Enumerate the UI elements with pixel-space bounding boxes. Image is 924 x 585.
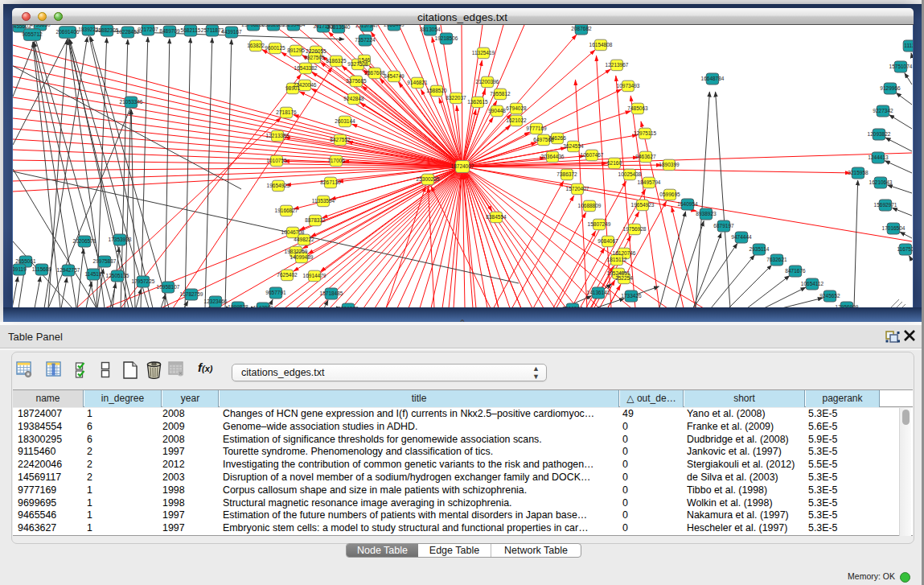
svg-text:22455603: 22455603 (13, 25, 31, 29)
svg-text:12213967: 12213967 (606, 62, 629, 68)
svg-text:15807249: 15807249 (588, 221, 611, 227)
svg-text:39119: 39119 (13, 266, 27, 272)
svg-text:1362615: 1362615 (467, 99, 488, 105)
svg-text:21200396: 21200396 (476, 79, 499, 84)
svg-text:18495794: 18495794 (638, 179, 661, 185)
svg-text:8454749: 8454749 (384, 73, 405, 79)
svg-text:7485063: 7485063 (627, 105, 648, 111)
svg-text:10228452: 10228452 (117, 29, 140, 35)
svg-text:4735650: 4735650 (30, 25, 51, 27)
svg-text:1890399: 1890399 (659, 162, 680, 167)
svg-text:252254: 252254 (615, 275, 633, 281)
svg-text:8267130: 8267130 (320, 179, 341, 185)
svg-text:891295: 891295 (287, 47, 305, 53)
svg-text:25882305: 25882305 (96, 27, 119, 33)
svg-text:8813054: 8813054 (420, 27, 441, 32)
svg-text:1815112: 1815112 (607, 257, 627, 262)
svg-text:9227342: 9227342 (873, 108, 893, 113)
svg-text:2655061: 2655061 (15, 258, 36, 264)
svg-text:18724007: 18724007 (451, 163, 474, 169)
svg-text:9474444: 9474444 (731, 234, 752, 240)
svg-text:8384554: 8384554 (486, 214, 507, 220)
svg-text:15751074: 15751074 (889, 64, 913, 69)
svg-text:8878332: 8878332 (305, 217, 326, 223)
svg-text:15157347: 15157347 (355, 25, 379, 28)
svg-text:9146821: 9146821 (407, 80, 428, 85)
svg-text:8427552: 8427552 (330, 137, 351, 142)
svg-text:12093822: 12093822 (868, 131, 891, 137)
svg-text:25300235: 25300235 (417, 176, 440, 182)
svg-text:19654923: 19654923 (267, 183, 290, 188)
svg-text:9657791: 9657791 (265, 290, 286, 295)
svg-text:163822: 163822 (247, 43, 265, 48)
svg-text:8186325: 8186325 (326, 58, 347, 64)
svg-text:116753: 116753 (897, 246, 913, 252)
svg-text:2867608: 2867608 (364, 70, 385, 76)
svg-text:10973493: 10973493 (617, 83, 640, 89)
svg-text:1112: 1112 (904, 43, 913, 48)
svg-text:3624554: 3624554 (563, 143, 584, 149)
svg-text:7357224: 7357224 (355, 37, 376, 43)
svg-text:3215958: 3215958 (848, 170, 869, 175)
svg-text:2718176: 2718176 (276, 109, 297, 115)
svg-text:29975887: 29975887 (93, 258, 117, 264)
svg-text:25711873: 25711873 (201, 27, 224, 33)
svg-text:0599695: 0599695 (659, 192, 680, 197)
svg-text:19654923: 19654923 (631, 202, 655, 208)
svg-text:8938923: 8938923 (696, 211, 717, 216)
svg-text:9217207: 9217207 (138, 27, 158, 32)
svg-text:12942757: 12942757 (57, 267, 80, 273)
svg-text:17957225: 17957225 (132, 278, 155, 284)
svg-text:20206578: 20206578 (73, 238, 97, 244)
svg-text:717006: 717006 (327, 158, 345, 163)
svg-text:1733426: 1733426 (621, 293, 642, 299)
svg-text:2087682: 2087682 (571, 26, 592, 31)
svg-text:9777169: 9777169 (526, 126, 547, 131)
svg-text:11353594: 11353594 (312, 198, 335, 204)
svg-text:16782759: 16782759 (180, 291, 203, 297)
svg-text:19756928: 19756928 (623, 226, 647, 232)
svg-text:9129966: 9129966 (880, 85, 901, 91)
svg-text:8322037: 8322037 (446, 95, 466, 101)
svg-text:10654112: 10654112 (801, 281, 824, 286)
svg-text:1640954: 1640954 (677, 201, 698, 207)
svg-text:9927505: 9927505 (304, 55, 325, 60)
svg-text:17353938: 17353938 (109, 237, 132, 242)
svg-text:9055712: 9055712 (22, 31, 43, 37)
svg-text:16210643: 16210643 (869, 179, 893, 185)
svg-text:20813640: 20813640 (327, 25, 351, 30)
svg-text:16914479: 16914479 (303, 273, 326, 278)
svg-text:9600125: 9600125 (265, 45, 285, 51)
svg-text:1244413: 1244413 (868, 154, 889, 160)
svg-text:2603144: 2603144 (335, 118, 355, 124)
svg-text:10958107: 10958107 (157, 284, 180, 290)
svg-text:7625402: 7625402 (277, 272, 298, 278)
svg-text:4439167: 4439167 (221, 29, 242, 35)
svg-text:16543382: 16543382 (294, 65, 318, 71)
svg-text:9463627: 9463627 (635, 154, 656, 159)
svg-text:2066449: 2066449 (384, 25, 405, 27)
svg-text:19299464: 19299464 (282, 25, 306, 27)
svg-text:114519: 114519 (84, 271, 102, 277)
svg-text:9242848: 9242848 (343, 96, 364, 101)
svg-text:6794028: 6794028 (506, 105, 527, 111)
svg-text:1621022: 1621022 (506, 117, 527, 123)
svg-text:1588520: 1588520 (426, 88, 447, 93)
svg-text:11325419: 11325419 (472, 50, 495, 56)
svg-text:12323466: 12323466 (204, 299, 228, 304)
svg-text:10607467: 10607467 (581, 152, 604, 158)
svg-text:9084067: 9084067 (598, 238, 618, 244)
svg-text:20691406: 20691406 (56, 29, 80, 35)
svg-text:2226055: 2226055 (306, 48, 326, 54)
svg-text:6497568: 6497568 (533, 137, 554, 142)
svg-text:16120746: 16120746 (613, 250, 636, 256)
svg-text:15720407: 15720407 (566, 186, 589, 192)
svg-text:7386372: 7386372 (556, 171, 577, 177)
svg-text:990448: 990448 (488, 108, 506, 113)
svg-text:19218506: 19218506 (435, 35, 458, 41)
svg-text:1010755: 1010755 (266, 158, 287, 163)
svg-text:15692971: 15692971 (874, 202, 897, 208)
svg-text:10025438: 10025438 (618, 171, 642, 177)
svg-text:16154808: 16154808 (589, 42, 613, 47)
svg-text:19166827: 19166827 (275, 208, 298, 213)
